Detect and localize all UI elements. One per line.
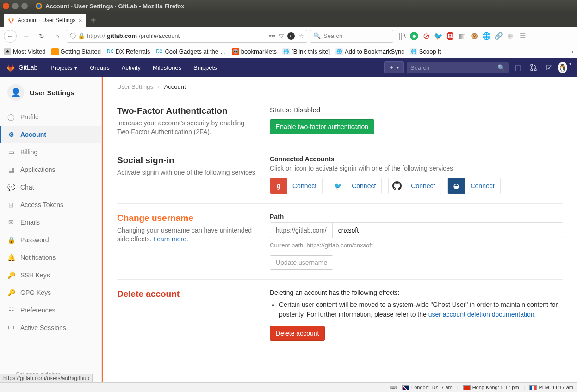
bookmark-item[interactable]: 🌐[Blink this site]	[282, 48, 330, 55]
connect-github-button[interactable]: Connect	[388, 178, 441, 194]
monkey-icon[interactable]: 🐵	[470, 32, 478, 40]
wechat-icon[interactable]: ●	[410, 32, 418, 40]
sidebar-item-password[interactable]: 🔒Password	[0, 231, 101, 249]
url-path: /profile/account	[139, 32, 180, 39]
connected-accounts-heading: Connected Accounts	[270, 155, 563, 163]
bookmark-item[interactable]: DXDX Referrals	[106, 48, 150, 55]
plus-icon: ＋	[388, 63, 395, 72]
sidebar-item-account[interactable]: ⚙Account	[0, 126, 101, 143]
social-desc: Activate signin with one of the followin…	[117, 168, 256, 177]
user-menu[interactable]: 🐧▼	[558, 62, 571, 73]
gitlab-search-input[interactable]	[410, 64, 497, 71]
bookmark-item[interactable]: DXCool Gadgets at the …	[155, 48, 226, 55]
star-bookmark-icon[interactable]: ☆	[298, 32, 304, 40]
sidebar-item-ssh-keys[interactable]: 🔑SSH Keys	[0, 266, 101, 284]
connect-bitbucket-button[interactable]: ◒Connect	[447, 178, 500, 194]
connect-twitter-button[interactable]: 🐦Connect	[329, 178, 382, 194]
dx-icon: DX	[155, 48, 163, 55]
nav-projects[interactable]: Projects▼	[46, 64, 82, 71]
browser-search-box[interactable]: 🔍 Search	[310, 30, 393, 43]
bookmark-item[interactable]: 🌐Add to BookmarkSync	[335, 48, 404, 55]
gitlab-tanuki-icon	[6, 62, 16, 73]
keyboard-icon[interactable]: ⌨	[390, 385, 397, 391]
bookmark-item[interactable]: ★Most Visited	[4, 48, 46, 55]
username-input[interactable]	[333, 223, 563, 238]
gitlab-logo[interactable]: GitLab	[6, 62, 37, 73]
chevron-down-icon: ▼	[396, 66, 400, 70]
window-titlebar: Account · User Settings · GitLab - Mozil…	[0, 0, 577, 12]
new-dropdown-button[interactable]: ＋▼	[384, 61, 404, 74]
sliders-icon: ☷	[7, 306, 15, 314]
url-bar[interactable]: ⓘ 🔒 https://gitlab.com/profile/account •…	[67, 30, 307, 43]
learn-more-link[interactable]: Learn more.	[153, 235, 188, 243]
new-tab-button[interactable]: +	[87, 14, 100, 27]
two-factor-heading: Two-Factor Authentication	[117, 106, 256, 116]
section-social-signin: Social sign-in Activate signin with one …	[117, 146, 563, 204]
adblock-icon[interactable]: ABP	[446, 32, 454, 40]
window-maximize-icon[interactable]	[21, 3, 28, 9]
menu-icon[interactable]: ☰	[518, 32, 527, 40]
nav-milestones[interactable]: Milestones	[148, 64, 186, 71]
twitter-extension-icon[interactable]: 🐦	[434, 32, 442, 40]
delete-account-button[interactable]: Delete account	[270, 326, 325, 341]
browser-tab-active[interactable]: Account · User Settings ×	[4, 14, 86, 27]
sidebar-item-active-sessions[interactable]: 🖵Active Sessions	[0, 319, 101, 337]
noscript-icon[interactable]: ⊘	[422, 32, 430, 40]
sidebar-header: 👤 User Settings	[0, 77, 101, 108]
token-icon: ⊟	[7, 201, 15, 208]
nav-activity[interactable]: Activity	[117, 64, 145, 71]
sidebar-item-access-tokens[interactable]: ⊟Access Tokens	[0, 196, 101, 214]
pocket-icon[interactable]: ▽	[279, 32, 284, 40]
link-icon[interactable]: 🔗	[494, 32, 503, 40]
nav-home-button[interactable]: ⌂	[51, 30, 64, 43]
bookmark-item[interactable]: 🌐Scoop it	[410, 48, 441, 55]
library-icon[interactable]: |||\	[398, 32, 406, 40]
delete-account-heading: Delete account	[117, 289, 256, 299]
sidebar-item-emails[interactable]: ✉Emails	[0, 214, 101, 231]
bookmark-item[interactable]: 👽bookmarklets	[232, 48, 277, 55]
nav-snippets[interactable]: Snippets	[189, 64, 222, 71]
connect-google-button[interactable]: gConnect	[270, 178, 323, 194]
nav-reload-button[interactable]: ↻	[35, 30, 48, 43]
bookmark-item[interactable]: Getting Started	[51, 48, 101, 55]
google-icon: g	[270, 178, 287, 194]
enable-2fa-button[interactable]: Enable two-factor authentication	[270, 119, 374, 134]
sidebar-item-preferences[interactable]: ☷Preferences	[0, 301, 101, 319]
ellipsis-icon[interactable]: •••	[269, 32, 275, 40]
breadcrumb: User Settings › Account	[117, 77, 563, 97]
path-label: Path	[270, 213, 563, 220]
nav-back-button[interactable]: ←	[4, 30, 17, 43]
merge-requests-icon[interactable]	[527, 64, 540, 71]
monitor-icon: 🖵	[7, 324, 15, 331]
timezone-plm: PLM: 11:17 am	[529, 385, 573, 390]
sidebar-item-billing[interactable]: ▭Billing	[0, 143, 101, 161]
sidebar-item-notifications[interactable]: 🔔Notifications	[0, 249, 101, 266]
issues-icon[interactable]: ◫	[511, 63, 524, 72]
main-content: User Settings › Account Two-Factor Authe…	[102, 77, 577, 382]
section-two-factor: Two-Factor Authentication Increase your …	[117, 97, 563, 146]
todos-icon[interactable]: ☑	[543, 63, 556, 72]
reader-icon[interactable]: ▥	[458, 32, 466, 40]
breadcrumb-root[interactable]: User Settings	[117, 83, 153, 90]
chevron-down-icon: ▼	[74, 66, 78, 71]
site-info-icon[interactable]: ⓘ	[70, 32, 76, 40]
nav-forward-button[interactable]: →	[19, 30, 32, 43]
username-prefix: https://gitlab.com/	[270, 223, 333, 238]
shield-icon[interactable]: ▦	[506, 32, 515, 40]
sidebar-item-gpg-keys[interactable]: 🔑GPG Keys	[0, 284, 101, 301]
window-close-icon[interactable]	[3, 3, 9, 9]
amazon-icon[interactable]: a	[287, 32, 295, 40]
sidebar-item-profile[interactable]: ◯Profile	[0, 108, 101, 126]
gitlab-search-box[interactable]: 🔍	[407, 62, 509, 73]
sidebar-item-applications[interactable]: ▦Applications	[0, 161, 101, 178]
chevron-right-icon: ›	[158, 83, 160, 90]
tab-close-icon[interactable]: ×	[78, 17, 82, 24]
gitlab-brand: GitLab	[19, 64, 37, 71]
window-minimize-icon[interactable]	[12, 3, 19, 9]
sidebar-item-chat[interactable]: 💬Chat	[0, 178, 101, 196]
bookmarks-overflow-icon[interactable]: »	[570, 48, 573, 55]
nav-groups[interactable]: Groups	[85, 64, 114, 71]
update-username-button[interactable]: Update username	[270, 255, 333, 270]
deletion-docs-link[interactable]: user account deletion documentation.	[428, 311, 536, 318]
globe-icon[interactable]: 🌐	[482, 32, 490, 40]
